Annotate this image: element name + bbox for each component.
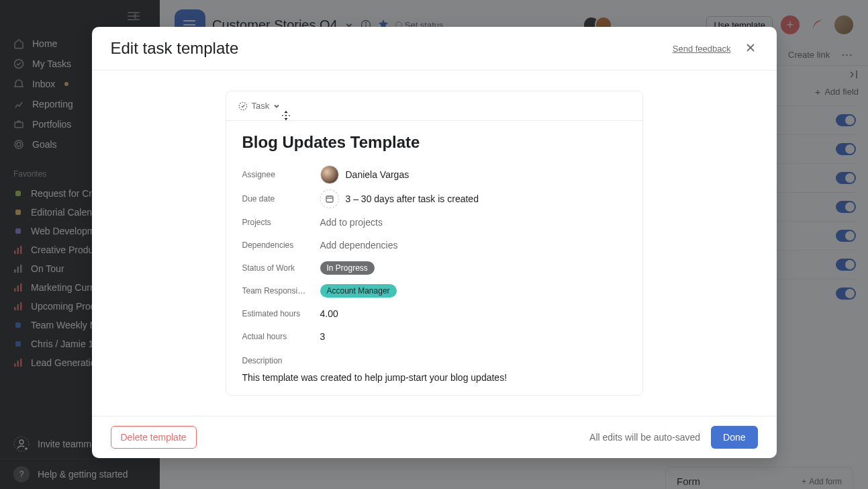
description-text[interactable]: This template was created to help jump-s… xyxy=(242,372,626,383)
field-actual-hours[interactable]: Actual hours 3 xyxy=(242,325,626,348)
task-card: Task Blog Updates Template Assignee Dani… xyxy=(226,91,643,396)
field-label: Assignee xyxy=(242,170,320,179)
task-type-dropdown[interactable]: Task xyxy=(226,91,642,121)
field-label: Due date xyxy=(242,194,320,204)
chevron-down-icon xyxy=(273,103,280,109)
team-pill: Account Manager xyxy=(320,284,397,298)
field-label: Actual hours xyxy=(242,332,320,341)
assignee-name: Daniela Vargas xyxy=(346,169,409,180)
assignee-avatar xyxy=(320,165,339,184)
svg-rect-38 xyxy=(326,196,333,202)
done-button[interactable]: Done xyxy=(711,426,757,449)
send-feedback-link[interactable]: Send feedback xyxy=(673,44,731,54)
actual-hours-value: 3 xyxy=(320,331,326,342)
modal-overlay: Edit task template Send feedback Task Bl… xyxy=(0,0,868,489)
field-assignee[interactable]: Assignee Daniela Vargas xyxy=(242,163,626,187)
task-type-label: Task xyxy=(252,101,270,111)
field-label: Status of Work xyxy=(242,263,320,273)
field-status-of-work[interactable]: Status of Work In Progress xyxy=(242,257,626,279)
field-label: Dependencies xyxy=(242,240,320,250)
field-label: Estimated hours xyxy=(242,309,320,318)
task-check-icon xyxy=(238,101,248,111)
autosave-notice: All edits will be auto-saved xyxy=(589,432,700,443)
delete-template-button[interactable]: Delete template xyxy=(111,426,197,449)
template-title[interactable]: Blog Updates Template xyxy=(242,133,626,152)
field-dependencies[interactable]: Dependencies Add dependencies xyxy=(242,234,626,257)
modal-title: Edit task template xyxy=(111,39,239,58)
edit-template-modal: Edit task template Send feedback Task Bl… xyxy=(92,27,777,458)
modal-header: Edit task template Send feedback xyxy=(92,27,777,71)
modal-body: Task Blog Updates Template Assignee Dani… xyxy=(92,71,777,416)
close-icon[interactable] xyxy=(743,40,758,57)
projects-placeholder: Add to projects xyxy=(320,217,383,228)
due-date-value: 3 – 30 days after task is created xyxy=(346,193,479,204)
field-estimated-hours[interactable]: Estimated hours 4.00 xyxy=(242,302,626,325)
dependencies-placeholder: Add dependencies xyxy=(320,240,398,251)
description-label: Description xyxy=(242,356,626,365)
field-projects[interactable]: Projects Add to projects xyxy=(242,211,626,234)
estimated-hours-value: 4.00 xyxy=(320,308,338,319)
status-pill: In Progress xyxy=(320,261,375,275)
field-team-responsible[interactable]: Team Responsi… Account Manager xyxy=(242,279,626,302)
modal-footer: Delete template All edits will be auto-s… xyxy=(92,416,777,458)
field-label: Team Responsi… xyxy=(242,286,320,296)
field-label: Projects xyxy=(242,218,320,227)
field-due-date[interactable]: Due date 3 – 30 days after task is creat… xyxy=(242,187,626,211)
calendar-icon xyxy=(320,189,339,208)
